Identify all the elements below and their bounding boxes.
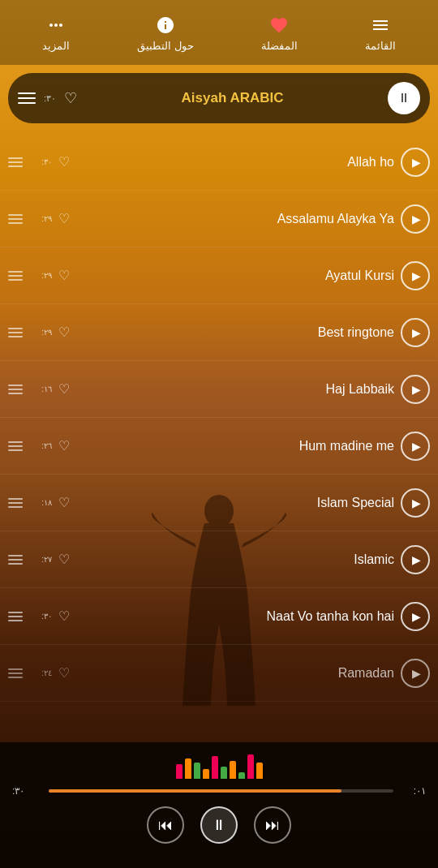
song-title: Haj Labbaik <box>76 382 394 397</box>
list-item: ‎:۲۹ ♡ Best ringtone ▶ <box>0 304 438 361</box>
drag-handle <box>8 441 23 451</box>
song-title: Best ringtone <box>76 325 394 340</box>
song-play-button[interactable]: ▶ <box>401 432 430 461</box>
play-arrow-icon: ▶ <box>412 553 421 566</box>
play-arrow-icon: ▶ <box>412 440 421 453</box>
song-title: Assalamu Alayka Ya <box>76 212 394 226</box>
list-item: ‎:۳۰ ♡ Allah ho ▶ <box>0 134 438 191</box>
more-icon <box>45 14 67 37</box>
info-icon <box>154 14 177 37</box>
song-play-button[interactable]: ▶ <box>401 204 430 234</box>
nav-favorites[interactable]: المفضلة <box>261 14 298 52</box>
drag-handle <box>8 668 23 678</box>
pause-icon: ⏸ <box>397 91 410 105</box>
play-arrow-icon: ▶ <box>412 213 421 226</box>
eq-bar <box>256 763 263 779</box>
prev-icon: ⏮ <box>158 817 173 834</box>
list-item: ‎:۲۷ ♡ Islamic ▶ <box>0 531 438 588</box>
song-title: Hum madine me <box>76 439 394 453</box>
drag-handle <box>8 214 23 224</box>
total-time: ‎:٠١ <box>402 785 426 797</box>
list-item: ‎:۲۹ ♡ Ayatul Kursi ▶ <box>0 247 438 304</box>
prev-button[interactable]: ⏮ <box>147 806 184 844</box>
now-playing-heart[interactable]: ♡ <box>64 89 77 107</box>
list-item: ‎:۲٦ ♡ Hum madine me ▶ <box>0 418 438 475</box>
play-arrow-icon: ▶ <box>412 667 421 680</box>
song-title: Islam Special <box>76 496 394 510</box>
list-item: ‎:۲٤ ♡ Ramadan ▶ <box>0 645 438 702</box>
drag-handle <box>8 385 23 394</box>
song-duration: ‎:۲۹ <box>29 328 52 337</box>
play-arrow-icon: ▶ <box>412 156 421 169</box>
song-duration: ‎:۳۰ <box>29 612 52 621</box>
song-heart-button[interactable]: ♡ <box>58 665 70 681</box>
eq-bar <box>238 772 245 779</box>
drag-handle <box>8 498 23 508</box>
current-time: ‎:۳۰ <box>12 785 41 797</box>
drag-handle <box>8 612 23 621</box>
song-play-button[interactable]: ▶ <box>401 318 430 347</box>
now-playing-pause-button[interactable]: ⏸ <box>388 82 420 114</box>
song-play-button[interactable]: ▶ <box>401 602 430 631</box>
next-icon: ⏭ <box>265 817 280 834</box>
song-duration: ‎:۳۰ <box>29 157 52 166</box>
song-title: Allah ho <box>76 155 394 170</box>
song-heart-button[interactable]: ♡ <box>58 495 70 510</box>
next-button[interactable]: ⏭ <box>254 806 291 844</box>
song-heart-button[interactable]: ♡ <box>58 552 70 567</box>
song-play-button[interactable]: ▶ <box>401 261 430 290</box>
eq-bar <box>203 769 209 779</box>
eq-bar <box>247 754 254 779</box>
eq-bar <box>176 764 182 779</box>
play-pause-button[interactable]: ⏸ <box>200 806 238 844</box>
progress-area: ‎:۳۰ ‎:٠١ <box>12 785 426 797</box>
song-heart-button[interactable]: ♡ <box>58 324 70 340</box>
song-heart-button[interactable]: ♡ <box>58 438 70 453</box>
hamburger-icon[interactable] <box>18 92 36 104</box>
eq-bar <box>194 763 200 779</box>
list-item: ‎:۱٦ ♡ Haj Labbaik ▶ <box>0 361 438 418</box>
song-title: Islamic <box>76 552 394 567</box>
drag-handle <box>8 555 23 565</box>
song-title: Ramadan <box>76 666 394 681</box>
song-duration: ‎:۲۹ <box>29 271 52 280</box>
song-play-button[interactable]: ▶ <box>401 148 430 177</box>
list-item: ‎:۱۸ ♡ Islam Special ▶ <box>0 475 438 531</box>
top-nav: المزيد حول التطبيق المفضلة القائمة <box>0 0 438 65</box>
bottom-player: ‎:۳۰ ‎:٠١ ⏮ ⏸ ⏭ <box>0 742 438 868</box>
nav-more[interactable]: المزيد <box>42 14 70 52</box>
nav-queue-label: القائمة <box>365 40 396 52</box>
song-heart-button[interactable]: ♡ <box>58 154 70 170</box>
song-list: ‎:۳۰ ♡ Allah ho ▶ ‎:۲۹ ♡ Assalamu Alayka… <box>0 134 438 738</box>
song-heart-button[interactable]: ♡ <box>58 381 70 397</box>
song-heart-button[interactable]: ♡ <box>58 211 70 226</box>
song-duration: ‎:۱٦ <box>29 385 52 393</box>
list-item: ‎:۳۰ ♡ Naat Vo tanha kon hai ▶ <box>0 588 438 645</box>
song-duration: ‎:۲۹ <box>29 214 52 223</box>
equalizer <box>12 750 426 779</box>
nav-queue[interactable]: القائمة <box>365 14 396 52</box>
eq-bar <box>212 756 218 779</box>
song-play-button[interactable]: ▶ <box>401 488 430 518</box>
nav-about[interactable]: حول التطبيق <box>137 14 194 52</box>
song-heart-button[interactable]: ♡ <box>58 608 70 624</box>
progress-fill <box>49 789 341 793</box>
play-pause-icon: ⏸ <box>212 817 226 834</box>
song-play-button[interactable]: ▶ <box>401 375 430 404</box>
nav-more-label: المزيد <box>42 40 70 52</box>
play-arrow-icon: ▶ <box>412 383 421 396</box>
song-title: Naat Vo tanha kon hai <box>76 609 394 624</box>
nav-about-label: حول التطبيق <box>137 40 194 52</box>
progress-bar[interactable] <box>49 789 393 793</box>
eq-bar <box>230 761 236 779</box>
song-heart-button[interactable]: ♡ <box>58 268 70 283</box>
list-icon <box>369 14 392 37</box>
drag-handle <box>8 328 23 337</box>
song-play-button[interactable]: ▶ <box>401 545 430 574</box>
eq-bar <box>185 758 191 779</box>
song-title: Ayatul Kursi <box>76 269 394 283</box>
drag-handle <box>8 157 23 167</box>
eq-bar <box>221 767 227 779</box>
play-arrow-icon: ▶ <box>412 326 421 339</box>
song-play-button[interactable]: ▶ <box>401 659 430 688</box>
